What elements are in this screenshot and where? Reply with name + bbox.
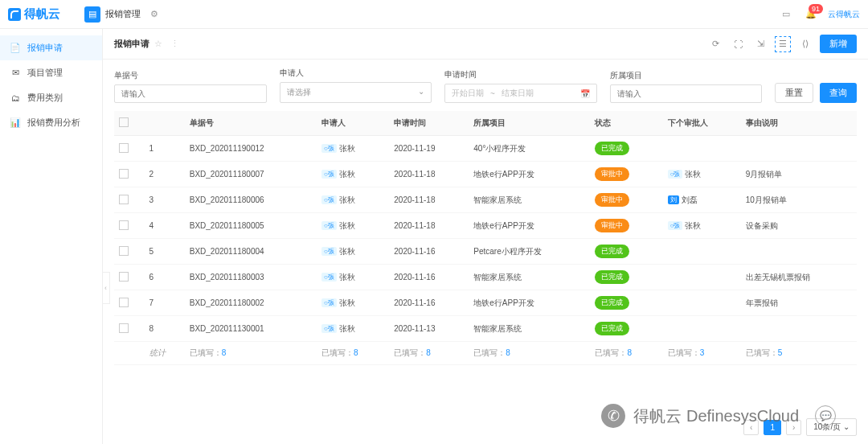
row-checkbox[interactable] [119, 143, 129, 153]
bell-icon[interactable]: 🔔91 [805, 9, 817, 19]
row-checkbox[interactable] [119, 195, 129, 204]
gear-icon[interactable]: ⚙ [150, 9, 158, 19]
col-header: 所属项目 [469, 111, 590, 136]
reset-button[interactable]: 重置 [775, 83, 813, 103]
applicant-tag: ○張张秋 [321, 169, 355, 180]
collapse-handle[interactable]: ‹ [103, 272, 110, 304]
col-header: 申请人 [317, 111, 389, 136]
status-badge: 审批中 [595, 193, 629, 207]
row-checkbox[interactable] [119, 272, 129, 282]
col-header: 单据号 [185, 111, 317, 136]
watermark: ✆ 得帆云 DefinesysCloud 💬 [601, 404, 836, 428]
sidebar-icon: 📊 [10, 117, 21, 129]
table-row[interactable]: 4BXD_202011180005○張张秋2020-11-18地铁e行APP开发… [114, 213, 857, 239]
wechat-icon: ✆ [601, 404, 625, 428]
sidebar-item-label: 项目管理 [27, 67, 63, 79]
sidebar-item-label: 报销申请 [27, 42, 63, 54]
star-icon[interactable]: ☆ [154, 39, 162, 49]
sidebar-item-2[interactable]: 🗂费用类别 [0, 85, 102, 110]
table-row[interactable]: 1BXD_202011190012○張张秋2020-11-1940°小程序开发已… [114, 136, 857, 162]
app-tab-icon: ▤ [84, 6, 100, 23]
select-all-checkbox[interactable] [119, 117, 129, 127]
row-checkbox[interactable] [119, 298, 129, 307]
notification-badge: 91 [809, 4, 823, 14]
row-checkbox[interactable] [119, 169, 129, 179]
sidebar-item-label: 报销费用分析 [27, 117, 80, 129]
search-button[interactable]: 查询 [820, 83, 857, 103]
new-button[interactable]: 新增 [820, 35, 857, 53]
status-badge: 已完成 [595, 322, 629, 335]
app-tab-label: 报销管理 [105, 8, 141, 20]
code-icon[interactable]: ⟨⟩ [797, 36, 813, 52]
status-badge: 已完成 [595, 296, 629, 310]
filter-docno-input[interactable] [114, 84, 267, 103]
filter-time-label: 申请时间 [444, 69, 597, 80]
stats-row: 统计已填写：8已填写：8已填写：8已填写：8已填写：8已填写：3已填写：5 [114, 342, 857, 365]
col-header [114, 111, 145, 136]
status-badge: 已完成 [595, 245, 629, 258]
col-header: 状态 [590, 111, 662, 136]
filter-project-input[interactable] [610, 84, 763, 103]
user-label[interactable]: 云得帆云 [828, 9, 860, 20]
filter-docno-label: 单据号 [114, 70, 267, 81]
app-tab[interactable]: ▤ 报销管理 ⚙ [84, 6, 158, 23]
status-badge: 已完成 [595, 270, 629, 284]
sidebar-item-3[interactable]: 📊报销费用分析 [0, 110, 102, 135]
sidebar: 📄报销申请✉项目管理🗂费用类别📊报销费用分析 [0, 29, 103, 444]
filter-applicant-select[interactable]: 请选择 ⌄ [280, 82, 432, 103]
table-row[interactable]: 7BXD_202011180002○張张秋2020-11-16地铁e行APP开发… [114, 290, 857, 316]
applicant-tag: ○張张秋 [321, 272, 355, 283]
image-icon[interactable]: ⛶ [730, 36, 746, 52]
col-header: 下个审批人 [663, 111, 741, 136]
sidebar-item-0[interactable]: 📄报销申请 [0, 35, 102, 60]
filter-applicant-label: 申请人 [280, 68, 432, 79]
logo-icon [8, 8, 21, 21]
sidebar-icon: ✉ [10, 68, 21, 79]
row-checkbox[interactable] [119, 246, 129, 256]
sidebar-item-label: 费用类别 [27, 92, 63, 104]
applicant-tag: ○張张秋 [321, 323, 355, 335]
applicant-tag: ○張张秋 [321, 195, 355, 206]
applicant-tag: ○張张秋 [321, 143, 355, 154]
table-row[interactable]: 5BXD_202011180004○張张秋2020-11-16Petcare小程… [114, 239, 857, 265]
filter-project-label: 所属项目 [610, 70, 763, 81]
data-table: 单据号申请人申请时间所属项目状态下个审批人事由说明 1BXD_202011190… [114, 111, 857, 365]
row-checkbox[interactable] [119, 220, 129, 230]
table-row[interactable]: 3BXD_202011180006○張张秋2020-11-18智能家居系统审批中… [114, 187, 857, 213]
applicant-tag: ○張张秋 [321, 298, 355, 309]
filter-date-range[interactable]: 开始日期~结束日期📅 [444, 84, 597, 103]
applicant-tag: ○張张秋 [321, 220, 355, 232]
table-row[interactable]: 6BXD_202011180003○張张秋2020-11-16智能家居系统已完成… [114, 265, 857, 290]
more-icon[interactable]: ⋮ [170, 39, 179, 49]
refresh-icon[interactable]: ⟳ [707, 36, 723, 52]
brand-text: 得帆云 [24, 6, 60, 22]
row-checkbox[interactable] [119, 323, 129, 333]
col-header: 事由说明 [741, 111, 857, 136]
list-view-icon[interactable]: ☰ [775, 36, 791, 52]
table-row[interactable]: 8BXD_202011130001○張张秋2020-11-13智能家居系统已完成 [114, 316, 857, 342]
table-row[interactable]: 2BXD_202011180007○張张秋2020-11-18地铁e行APP开发… [114, 162, 857, 187]
col-header [145, 111, 185, 136]
brand-logo: 得帆云 [8, 6, 60, 22]
status-badge: 审批中 [595, 219, 629, 232]
page-title: 报销申请 [114, 38, 149, 50]
bubble-icon: 💬 [815, 405, 836, 426]
status-badge: 审批中 [595, 167, 629, 181]
sidebar-icon: 🗂 [10, 92, 21, 104]
monitor-icon[interactable]: ▭ [778, 6, 794, 23]
watermark-text: 得帆云 DefinesysCloud [633, 405, 799, 427]
status-badge: 已完成 [595, 142, 629, 155]
sidebar-item-1[interactable]: ✉项目管理 [0, 60, 102, 85]
sidebar-icon: 📄 [10, 43, 21, 54]
applicant-tag: ○張张秋 [321, 246, 355, 257]
export-icon[interactable]: ⇲ [752, 36, 768, 52]
col-header: 申请时间 [389, 111, 469, 136]
